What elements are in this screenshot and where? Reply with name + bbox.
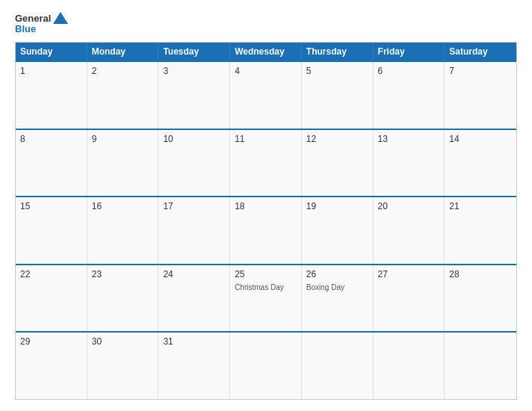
calendar-cell: 14 (445, 130, 516, 197)
day-number: 2 (92, 66, 154, 76)
calendar-cell: 5 (302, 62, 374, 129)
calendar-cell: 10 (158, 130, 230, 197)
calendar-cell: 25Christmas Day (230, 265, 302, 332)
logo-general-text: General (15, 13, 51, 24)
calendar-week-1: 1234567 (16, 61, 516, 129)
calendar-cell: 17 (158, 197, 230, 264)
calendar-cell: 20 (374, 197, 445, 264)
event-label: Christmas Day (235, 283, 297, 291)
calendar-cell: 4 (230, 62, 302, 129)
day-number: 16 (92, 201, 154, 211)
calendar-cell: 8 (16, 130, 87, 197)
calendar-cell: 31 (158, 333, 230, 399)
calendar-week-4: 22232425Christmas Day26Boxing Day2728 (16, 264, 516, 332)
calendar-cell (230, 333, 302, 399)
calendar-week-5: 293031 (16, 331, 516, 399)
calendar-cell: 28 (445, 265, 516, 332)
calendar-cell: 15 (16, 197, 87, 264)
day-number: 9 (92, 134, 154, 144)
weekday-header-thursday: Thursday (302, 43, 374, 61)
day-number: 10 (163, 134, 225, 144)
calendar-cell: 30 (87, 333, 159, 399)
day-number: 13 (378, 134, 440, 144)
day-number: 17 (163, 201, 225, 211)
calendar-week-3: 15161718192021 (16, 196, 516, 264)
calendar-cell: 11 (230, 130, 302, 197)
calendar-cell: 19 (302, 197, 374, 264)
calendar: SundayMondayTuesdayWednesdayThursdayFrid… (15, 42, 517, 400)
logo: General Blue (15, 11, 69, 34)
calendar-cell: 7 (445, 62, 516, 129)
calendar-cell (445, 333, 516, 399)
weekday-header-monday: Monday (87, 43, 159, 61)
calendar-cell: 21 (445, 197, 516, 264)
day-number: 28 (449, 269, 512, 279)
day-number: 31 (163, 336, 225, 347)
day-number: 22 (20, 269, 82, 279)
calendar-header: SundayMondayTuesdayWednesdayThursdayFrid… (16, 43, 516, 61)
calendar-cell: 23 (87, 265, 159, 332)
day-number: 1 (20, 66, 82, 76)
day-number: 29 (20, 336, 82, 347)
day-number: 3 (163, 66, 225, 76)
calendar-cell (374, 333, 445, 399)
day-number: 30 (92, 336, 154, 347)
weekday-header-sunday: Sunday (16, 43, 87, 61)
day-number: 18 (235, 201, 297, 211)
day-number: 21 (449, 201, 512, 211)
calendar-week-2: 891011121314 (16, 129, 516, 197)
day-number: 8 (20, 134, 82, 144)
weekday-header-wednesday: Wednesday (230, 43, 302, 61)
day-number: 24 (163, 269, 225, 279)
calendar-cell: 13 (374, 130, 445, 197)
day-number: 4 (235, 66, 297, 76)
calendar-cell: 22 (16, 265, 87, 332)
day-number: 15 (20, 201, 82, 211)
calendar-cell: 27 (374, 265, 445, 332)
day-number: 19 (306, 201, 368, 211)
day-number: 7 (449, 66, 512, 76)
day-number: 26 (306, 269, 368, 279)
day-number: 27 (378, 269, 440, 279)
calendar-cell: 16 (87, 197, 159, 264)
calendar-cell: 3 (158, 62, 230, 129)
day-number: 20 (378, 201, 440, 211)
day-number: 14 (449, 134, 512, 144)
weekday-header-saturday: Saturday (445, 43, 516, 61)
calendar-cell: 9 (87, 130, 159, 197)
calendar-cell: 26Boxing Day (302, 265, 374, 332)
header: General Blue (15, 11, 517, 34)
calendar-cell: 1 (16, 62, 87, 129)
calendar-cell: 18 (230, 197, 302, 264)
calendar-cell: 2 (87, 62, 159, 129)
logo-icon (52, 11, 69, 25)
page: General Blue SundayMondayTuesdayWednesda… (0, 0, 532, 411)
day-number: 6 (378, 66, 440, 76)
calendar-cell: 12 (302, 130, 374, 197)
day-number: 25 (235, 269, 297, 279)
svg-marker-0 (53, 12, 68, 24)
calendar-cell (302, 333, 374, 399)
calendar-cell: 24 (158, 265, 230, 332)
day-number: 5 (306, 66, 368, 76)
day-number: 23 (92, 269, 154, 279)
event-label: Boxing Day (306, 283, 368, 291)
weekday-header-friday: Friday (374, 43, 445, 61)
day-number: 11 (235, 134, 297, 144)
logo-blue-text: Blue (15, 23, 36, 34)
weekday-header-tuesday: Tuesday (158, 43, 230, 61)
day-number: 12 (306, 134, 368, 144)
calendar-cell: 6 (374, 62, 445, 129)
calendar-body: 1234567891011121314151617181920212223242… (16, 61, 516, 399)
calendar-cell: 29 (16, 333, 87, 399)
